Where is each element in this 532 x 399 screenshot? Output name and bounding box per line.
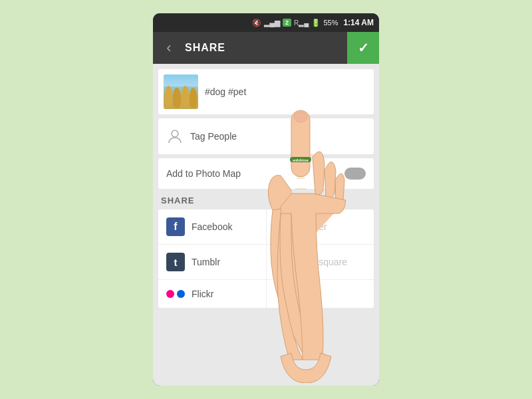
svg-point-0 <box>172 130 178 137</box>
mute-icon: 🔇 <box>252 19 261 27</box>
phone-frame: 🔇 ▂▄▆ 2 R▂▄ 🔋 55% 1:14 AM ‹ SHARE ✓ <box>153 13 379 386</box>
add-to-photo-map-label: Add to Photo Map <box>166 168 338 179</box>
signal-icon: ▂▄▆ <box>264 19 280 27</box>
share-section-header: SHARE <box>153 189 379 209</box>
share-row-2: t Tumblr 4sq Foursquare <box>158 245 374 280</box>
map-toggle-switch[interactable] <box>344 168 366 180</box>
tag-people-row[interactable]: Tag People <box>158 118 374 154</box>
facebook-item[interactable]: f Facebook <box>158 209 267 244</box>
puppy-1 <box>165 86 172 106</box>
network-icon: R▂▄ <box>294 19 309 27</box>
share-row-3: Flickr <box>158 280 374 308</box>
tumblr-label: Tumblr <box>192 257 220 267</box>
add-to-photo-map-row[interactable]: Add to Photo Map <box>158 158 374 189</box>
status-bar: 🔇 ▂▄▆ 2 R▂▄ 🔋 55% 1:14 AM <box>153 13 379 32</box>
twitter-label: Twitter <box>300 221 327 232</box>
app-header: ‹ SHARE ✓ <box>153 32 379 64</box>
tag-people-label: Tag People <box>190 131 366 142</box>
back-icon: ‹ <box>166 39 171 57</box>
battery-badge: 2 <box>283 19 291 27</box>
photo-caption-row[interactable]: #dog #pet <box>158 69 374 114</box>
twitter-icon: 🐦 <box>275 217 293 236</box>
back-button[interactable]: ‹ <box>153 32 185 64</box>
facebook-label: Facebook <box>192 221 232 232</box>
puppy-4 <box>190 88 197 108</box>
person-icon <box>166 128 184 145</box>
status-icons: 🔇 ▂▄▆ 2 R▂▄ 🔋 55% 1:14 AM <box>252 18 374 27</box>
battery-percent: 55% <box>323 19 338 27</box>
tumblr-item[interactable]: t Tumblr <box>158 245 267 279</box>
facebook-icon: f <box>166 217 185 236</box>
flickr-dot-blue <box>177 290 185 298</box>
share-row-1: f Facebook 🐦 Twitter <box>158 209 374 245</box>
check-icon: ✓ <box>358 40 369 56</box>
foursquare-icon: 4sq <box>275 253 293 271</box>
foursquare-item[interactable]: 4sq Foursquare <box>267 245 374 279</box>
content-area: #dog #pet Tag People Add to Photo Map SH… <box>153 64 379 386</box>
caption-text: #dog #pet <box>205 86 246 97</box>
puppy-2 <box>173 88 180 108</box>
status-time: 1:14 AM <box>343 18 374 27</box>
flickr-item[interactable]: Flickr <box>158 280 267 308</box>
page-title: SHARE <box>185 42 347 54</box>
flickr-dot-pink <box>166 290 174 298</box>
foursquare-label: Foursquare <box>300 257 348 267</box>
tumblr-icon: t <box>166 253 185 271</box>
battery-icon: 🔋 <box>311 19 321 27</box>
confirm-button[interactable]: ✓ <box>347 32 379 64</box>
puppy-3 <box>182 86 189 106</box>
twitter-item[interactable]: 🐦 Twitter <box>267 209 374 244</box>
flickr-label: Flickr <box>192 289 213 299</box>
puppies-group <box>165 86 197 108</box>
share-grid: f Facebook 🐦 Twitter t Tumblr 4sq Foursq… <box>158 209 374 308</box>
flickr-icon <box>166 288 185 300</box>
photo-thumbnail <box>164 74 198 109</box>
